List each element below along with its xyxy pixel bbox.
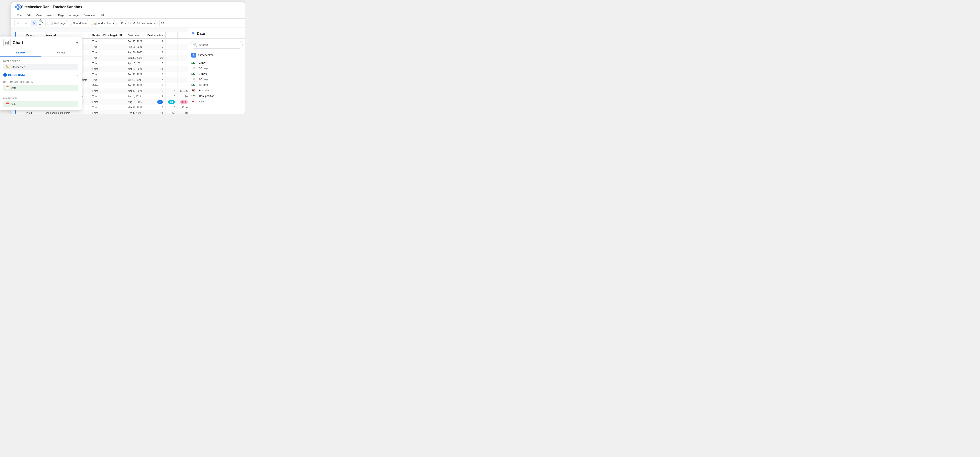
field-type-label: 123 [191, 78, 197, 81]
row-extra2: $51.6 [178, 105, 188, 110]
chart-panel: Chart ∨ SETUP STYLE Data source ✏️ Sitec… [0, 37, 81, 110]
field-item[interactable]: 1231 day [188, 60, 245, 65]
blend-plus-icon: + [3, 73, 7, 77]
row-extra2: $0 [178, 110, 188, 115]
row-extra2 [178, 44, 188, 50]
chart-chevron-button[interactable]: ∨ [76, 41, 78, 45]
col-best-position[interactable]: Best position [145, 32, 165, 38]
add-page-label: Add page [54, 22, 66, 25]
datasource-item[interactable]: S Sitechecker [188, 51, 245, 59]
menu-file[interactable]: File [15, 13, 24, 18]
col-extra2[interactable] [178, 32, 188, 38]
field-item[interactable]: 123All time [188, 82, 245, 88]
toolbar: ↩ ↪ ↖ 🔍 ▾ 📄 Add page ⊞ Add data 📊 Add a … [11, 19, 245, 28]
field-item[interactable]: 123Best position [188, 93, 245, 99]
add-widget-button[interactable]: ⊞ ▾ [119, 20, 129, 26]
col-ranked[interactable]: Ranked URL = Target URL [90, 32, 125, 38]
pencil-icon: ✏️ [6, 65, 9, 68]
row-best-position: 54 [145, 99, 165, 105]
field-item[interactable]: 12330 days [188, 65, 245, 71]
search-box[interactable]: 🔍 [191, 41, 243, 49]
menu-page[interactable]: Page [56, 13, 66, 18]
row-extra2 [178, 72, 188, 77]
row-best-date: Feb 25, 2021 [125, 38, 145, 44]
row-extra1 [165, 38, 178, 44]
menu-help[interactable]: Help [98, 13, 107, 18]
redo-button[interactable]: ↪ [23, 20, 29, 26]
add-widget-chevron: ▾ [125, 22, 126, 25]
row-ranked: True [90, 77, 125, 83]
row-extra2 [178, 55, 188, 61]
row-extra1 [165, 61, 178, 66]
dimension-section: Dimension 📅 Date [3, 97, 78, 107]
search-input[interactable] [199, 43, 240, 46]
add-data-button[interactable]: ⊞ Add data [70, 20, 89, 26]
row-extra2: $100 [178, 99, 188, 105]
dimension-calendar-icon: 📅 [6, 102, 9, 106]
zoom-button[interactable]: 🔍 ▾ [39, 20, 46, 26]
table-row: 2023seo google data studioFalseDec 1, 20… [16, 110, 188, 115]
chart-panel-header: Chart ∨ [0, 37, 81, 49]
add-control-button[interactable]: ⚙ Add a control ▾ [130, 20, 158, 26]
row-extra1 [165, 83, 178, 88]
field-item[interactable]: 12390 days [188, 76, 245, 82]
field-type-label: 123 [191, 84, 197, 86]
add-widget-icon: ⊞ [121, 22, 123, 25]
tab-setup[interactable]: SETUP [0, 49, 41, 57]
question-icon[interactable]: ? [76, 73, 78, 76]
field-item[interactable]: 1237 days [188, 71, 245, 76]
add-page-icon: 📄 [50, 22, 53, 25]
row-best-position: 7 [145, 77, 165, 83]
row-extra1 [165, 66, 178, 72]
row-best-date: Mar 29, 2021 [125, 66, 145, 72]
row-extra2 [178, 66, 188, 72]
row-ranked: True [90, 72, 125, 77]
menu-insert[interactable]: Insert [45, 13, 55, 18]
field-name-label: 90 days [199, 78, 208, 81]
add-control-label: Add a control [137, 22, 153, 25]
dimension-label: Dimension [3, 97, 78, 100]
undo-button[interactable]: ↩ [14, 20, 21, 26]
row-keyword: seo google data studio [43, 110, 90, 115]
row-best-date: Aug 30, 2023 [125, 50, 145, 55]
row-best-date: Jun 30, 2021 [125, 55, 145, 61]
select-tool-button[interactable]: ↖ [31, 20, 37, 26]
row-best-date: Mar 12, 2021 [125, 88, 145, 94]
row-ranked: False [90, 83, 125, 88]
row-best-date: Apr 16, 2021 [125, 61, 145, 66]
row-best-position: 14 [145, 110, 165, 115]
row-ranked: True [90, 50, 125, 55]
field-type-label: 123 [191, 95, 197, 97]
row-extra1 [165, 72, 178, 77]
menu-view[interactable]: View [34, 13, 44, 18]
data-panel-icon: ⊟ [191, 31, 195, 36]
add-chart-button[interactable]: 📊 Add a chart ▾ [91, 20, 117, 26]
row-extra1: 25 [165, 105, 178, 110]
col-best-date[interactable]: Best date [125, 32, 145, 38]
row-ranked: True [90, 38, 125, 44]
menu-resource[interactable]: Resource [81, 13, 97, 18]
menu-arrange[interactable]: Arrange [67, 13, 81, 18]
code-button[interactable]: <> [159, 20, 166, 26]
calendar-icon: 📅 [6, 86, 9, 89]
row-best-date: Feb 26, 2021 [125, 83, 145, 88]
row-extra1 [165, 50, 178, 55]
row-best-position: 11 [145, 83, 165, 88]
field-item[interactable]: ABCCity [188, 99, 245, 104]
menu-edit[interactable]: Edit [24, 13, 33, 18]
row-extra1: 100 [165, 99, 178, 105]
row-best-position: 5 [145, 105, 165, 110]
field-item[interactable]: 📅Best date [188, 88, 245, 93]
row-extra2: $0 [178, 94, 188, 99]
row-num [16, 110, 24, 115]
col-extra1[interactable] [165, 32, 178, 38]
title-bar: Sitechecker Rank Tracker Sandbox [11, 2, 245, 12]
add-page-button[interactable]: 📄 Add page [47, 20, 68, 26]
row-best-position: 8 [145, 50, 165, 55]
field-name-label: Best date [199, 89, 210, 92]
blend-data-button[interactable]: + BLEND DATA ? [3, 72, 78, 78]
row-extra2 [178, 77, 188, 83]
dimension-field: Date [11, 103, 16, 106]
tab-style[interactable]: STYLE [41, 49, 81, 57]
row-ranked: False [90, 66, 125, 72]
